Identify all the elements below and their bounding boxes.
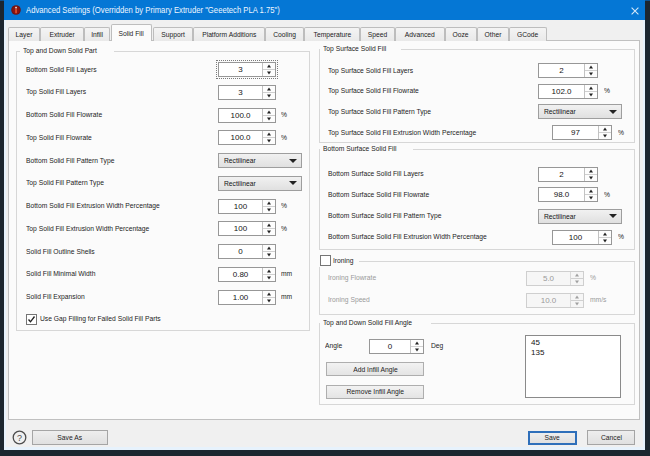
svg-text:?: ?: [17, 433, 22, 443]
